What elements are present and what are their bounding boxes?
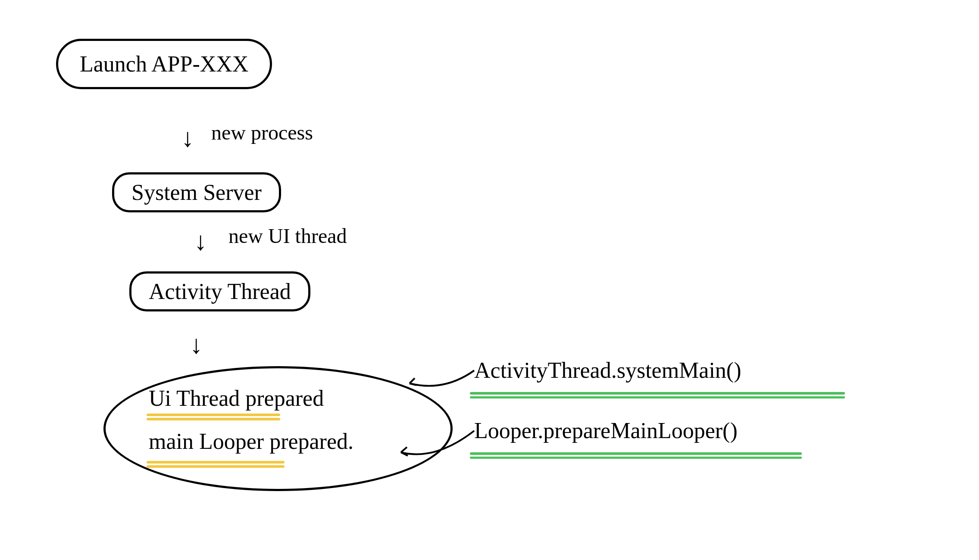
node-activity-thread-label: Activity Thread xyxy=(149,279,291,304)
underline-main-looper-2 xyxy=(147,465,285,468)
underline-green-prepare-main-looper-2 xyxy=(470,457,802,459)
node-prepared: Ui Thread prepared main Looper prepared. xyxy=(103,366,453,491)
arrow-down-icon: ↓ xyxy=(190,332,203,358)
underline-green-prepare-main-looper xyxy=(470,452,802,455)
underline-ui-thread-2 xyxy=(147,418,280,420)
node-prepared-line1: Ui Thread prepared xyxy=(149,386,324,411)
node-system-server-label: System Server xyxy=(131,180,262,205)
node-activity-thread: Activity Thread xyxy=(129,271,310,311)
node-launch-app-label: Launch APP-XXX xyxy=(80,52,248,76)
arrow-down-icon: ↓ xyxy=(181,125,194,151)
edge-label-new-ui-thread: new UI thread xyxy=(228,224,347,248)
underline-green-system-main-2 xyxy=(470,396,845,398)
annotation-prepare-main-looper: Looper.prepareMainLooper() xyxy=(474,418,738,443)
node-launch-app: Launch APP-XXX xyxy=(56,39,272,89)
node-system-server: System Server xyxy=(112,172,281,212)
underline-main-looper xyxy=(147,461,285,464)
arrow-down-icon: ↓ xyxy=(194,228,207,254)
annotation-system-main: ActivityThread.systemMain() xyxy=(474,358,741,383)
connector-arrow-2 xyxy=(401,431,479,465)
connector-arrow-1 xyxy=(401,375,479,401)
diagram-canvas: { "nodes": { "launch_app": "Launch APP-X… xyxy=(0,0,979,560)
edge-label-new-process: new process xyxy=(211,121,313,144)
node-prepared-line2: main Looper prepared. xyxy=(149,429,353,454)
underline-green-system-main xyxy=(470,392,845,395)
underline-ui-thread xyxy=(147,414,280,416)
